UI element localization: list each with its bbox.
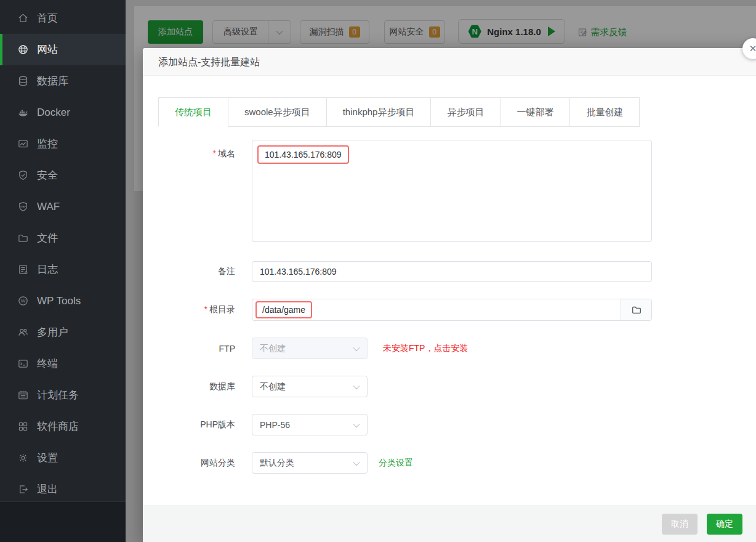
sidebar-item-WAF[interactable]: WAFWAF xyxy=(0,191,126,222)
wordpress-icon: W xyxy=(17,295,29,307)
globe-icon xyxy=(17,44,29,55)
required-marker: * xyxy=(204,304,207,314)
sidebar-item-多用户[interactable]: 多用户 xyxy=(0,317,126,348)
folder-icon xyxy=(17,232,29,244)
sidebar-item-label: 首页 xyxy=(37,11,58,25)
log-file-icon xyxy=(17,264,29,275)
sidebar-item-label: 计划任务 xyxy=(37,388,79,402)
cancel-button[interactable]: 取消 xyxy=(662,514,698,535)
domain-row: *域名 101.43.165.176:809 xyxy=(158,140,652,242)
sidebar-item-label: 软件商店 xyxy=(37,419,79,434)
chevron-down-icon xyxy=(353,382,360,389)
sidebar-item-数据库[interactable]: 数据库 xyxy=(0,65,126,97)
sidebar-item-label: 日志 xyxy=(37,262,58,277)
chevron-down-icon xyxy=(353,344,360,351)
tab-thinkphp异步项目[interactable]: thinkphp异步项目 xyxy=(327,97,432,127)
sidebar-item-网站[interactable]: 网站 xyxy=(0,34,126,65)
folder-picker-button[interactable] xyxy=(621,299,651,320)
tab-swoole异步项目[interactable]: swoole异步项目 xyxy=(228,97,327,127)
sidebar-item-Docker[interactable]: Docker xyxy=(0,97,126,128)
svg-text:W: W xyxy=(21,298,26,304)
php-version-label: PHP版本 xyxy=(158,419,235,431)
modal-title: 添加站点-支持批量建站 xyxy=(143,48,756,76)
folder-icon xyxy=(631,304,642,315)
sidebar-item-监控[interactable]: 监控 xyxy=(0,128,126,160)
sidebar-item-软件商店[interactable]: 软件商店 xyxy=(0,411,126,442)
sidebar-item-终端[interactable]: 终端 xyxy=(0,348,126,379)
required-marker: * xyxy=(213,148,216,158)
sidebar-item-退出[interactable]: 退出 xyxy=(0,474,126,505)
sidebar-item-文件[interactable]: 文件 xyxy=(0,222,126,254)
docker-icon xyxy=(17,107,29,118)
chevron-down-icon xyxy=(353,421,360,427)
site-category-row: 网站分类 默认分类 分类设置 xyxy=(158,452,413,474)
root-dir-row: *根目录 /data/game xyxy=(158,299,652,321)
sidebar-item-label: 数据库 xyxy=(37,74,68,88)
chevron-down-icon xyxy=(353,459,360,466)
php-version-row: PHP版本 PHP-56 xyxy=(158,414,368,435)
php-version-value: PHP-56 xyxy=(260,420,290,430)
database-select[interactable]: 不创建 xyxy=(252,376,368,397)
ftp-row: FTP 不创建 未安装FTP，点击安装 xyxy=(158,338,468,359)
ftp-install-warning-link[interactable]: 未安装FTP，点击安装 xyxy=(383,343,468,354)
remark-value: 101.43.165.176:809 xyxy=(260,267,337,277)
sidebar-item-label: 安全 xyxy=(37,168,58,182)
ftp-label: FTP xyxy=(158,344,235,354)
root-dir-label: *根目录 xyxy=(158,304,235,315)
sidebar-item-label: 终端 xyxy=(37,357,58,371)
gear-icon xyxy=(17,452,29,464)
modal-footer: 取消 确定 xyxy=(143,505,756,542)
database-icon xyxy=(17,75,29,87)
waf-shield-icon: WAF xyxy=(17,201,29,212)
site-category-select[interactable]: 默认分类 xyxy=(252,452,368,474)
sidebar-nav: 首页网站数据库Docker监控安全WAFWAF文件日志WWP Tools多用户终… xyxy=(0,2,126,505)
app-root: 添加站点 高级设置 漏洞扫描 0 网站安全 0 N Nginx 1.18.0 xyxy=(0,0,756,542)
sidebar-item-label: 设置 xyxy=(37,451,58,465)
appstore-grid-icon xyxy=(17,421,29,432)
confirm-button[interactable]: 确定 xyxy=(707,514,742,535)
sidebar-item-设置[interactable]: 设置 xyxy=(0,442,126,474)
sidebar-item-首页[interactable]: 首页 xyxy=(0,2,126,34)
sidebar-item-label: WP Tools xyxy=(37,295,81,307)
users-icon xyxy=(17,326,29,338)
tab-一键部署[interactable]: 一键部署 xyxy=(501,97,570,127)
root-dir-input[interactable]: /data/game xyxy=(252,299,652,321)
tab-传统项目[interactable]: 传统项目 xyxy=(158,97,228,127)
site-category-value: 默认分类 xyxy=(260,458,294,469)
svg-text:WAF: WAF xyxy=(20,205,26,208)
monitor-icon xyxy=(17,138,29,150)
tab-异步项目[interactable]: 异步项目 xyxy=(431,97,501,127)
sidebar-item-label: 退出 xyxy=(37,482,58,496)
logout-icon xyxy=(17,483,29,495)
ftp-select[interactable]: 不创建 xyxy=(252,338,368,359)
sidebar-footer xyxy=(0,501,126,542)
database-row: 数据库 不创建 xyxy=(158,376,368,397)
shield-check-icon xyxy=(17,169,29,181)
sidebar-item-label: WAF xyxy=(37,201,60,213)
category-settings-link[interactable]: 分类设置 xyxy=(379,458,413,469)
remark-input[interactable]: 101.43.165.176:809 xyxy=(252,261,652,282)
sidebar-item-安全[interactable]: 安全 xyxy=(0,160,126,191)
domain-value: 101.43.165.176:809 xyxy=(257,145,349,164)
sidebar-item-label: 监控 xyxy=(37,137,58,151)
sidebar-item-label: 多用户 xyxy=(37,325,68,339)
site-category-label: 网站分类 xyxy=(158,458,235,469)
sidebar-item-日志[interactable]: 日志 xyxy=(0,254,126,285)
sidebar: 首页网站数据库Docker监控安全WAFWAF文件日志WWP Tools多用户终… xyxy=(0,0,126,542)
tab-批量创建[interactable]: 批量创建 xyxy=(570,97,640,127)
modal-tabs: 传统项目swoole异步项目thinkphp异步项目异步项目一键部署批量创建 xyxy=(158,97,640,127)
domain-textarea[interactable]: 101.43.165.176:809 xyxy=(252,140,652,242)
sidebar-item-label: Docker xyxy=(37,107,70,119)
sidebar-item-label: 网站 xyxy=(37,42,58,57)
ftp-value: 不创建 xyxy=(260,343,286,354)
sidebar-item-计划任务[interactable]: 计划任务 xyxy=(0,379,126,411)
add-site-modal: ✕ 添加站点-支持批量建站 传统项目swoole异步项目thinkphp异步项目… xyxy=(143,48,756,542)
terminal-icon xyxy=(17,358,29,370)
php-version-select[interactable]: PHP-56 xyxy=(252,414,368,435)
root-dir-value: /data/game xyxy=(255,301,312,318)
remark-label: 备注 xyxy=(158,266,235,277)
sidebar-item-WP Tools[interactable]: WWP Tools xyxy=(0,285,126,317)
remark-row: 备注 101.43.165.176:809 xyxy=(158,261,652,282)
domain-label: *域名 xyxy=(158,140,235,160)
sidebar-item-label: 文件 xyxy=(37,231,58,245)
